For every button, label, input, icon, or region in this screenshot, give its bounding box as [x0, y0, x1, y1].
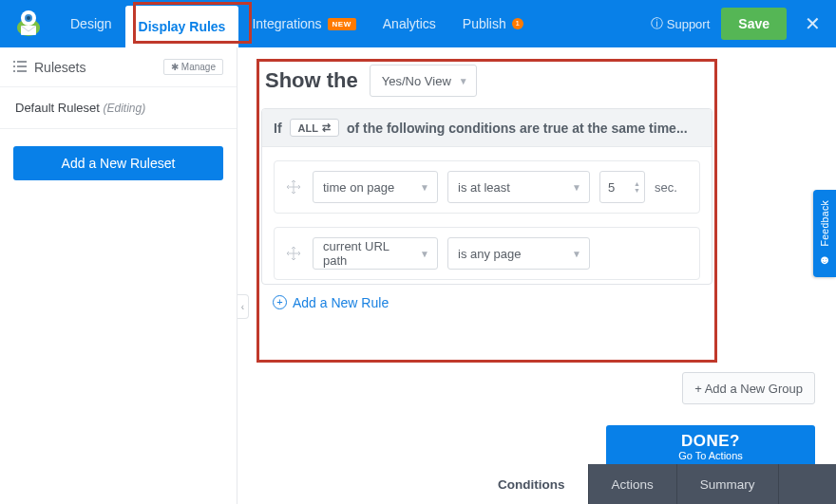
done-small-label: Go To Actions: [678, 450, 743, 461]
swap-icon: ⇄: [322, 121, 331, 134]
nav-integrations-label: Integrations: [252, 16, 321, 31]
nav-publish-label: Publish: [463, 16, 506, 31]
bottom-tab-summary[interactable]: Summary: [677, 464, 779, 504]
chevron-down-icon: ▼: [572, 182, 581, 193]
add-rule-link[interactable]: + Add a New Rule: [273, 295, 389, 310]
view-select-value: Yes/No View: [382, 74, 451, 88]
caret-up-icon: ▲: [634, 180, 640, 187]
add-group-button[interactable]: + Add a New Group: [682, 372, 815, 404]
rule-operator-value: is at least: [458, 180, 510, 195]
bottom-tab-bar: Conditions Actions Summary: [238, 464, 836, 504]
close-icon[interactable]: ✕: [798, 9, 826, 38]
view-select[interactable]: Yes/No View ▼: [370, 65, 477, 97]
logic-toggle[interactable]: ALL ⇄: [290, 119, 339, 137]
rule-value-stepper[interactable]: 5 ▲▼: [599, 171, 645, 203]
panel-header: Show the Yes/No View ▼: [261, 65, 712, 97]
bottom-tab-actions[interactable]: Actions: [589, 464, 677, 504]
nav-display-rules[interactable]: Display Rules: [125, 6, 239, 47]
caret-down-icon: ▼: [634, 187, 640, 194]
if-label: If: [274, 121, 282, 136]
done-big-label: DONE?: [681, 433, 740, 451]
bottom-tab-conditions[interactable]: Conditions: [475, 464, 589, 504]
logic-toggle-label: ALL: [298, 122, 318, 134]
rule-field-select[interactable]: current URL path ▼: [313, 237, 438, 270]
save-button[interactable]: Save: [721, 8, 787, 40]
rule-operator-value: is any page: [458, 247, 522, 261]
nav-analytics[interactable]: Analytics: [370, 0, 449, 47]
plus-circle-icon: +: [273, 295, 287, 309]
rule-unit-label: sec.: [655, 180, 677, 195]
rule-field-value: current URL path: [323, 239, 412, 268]
support-link[interactable]: ⓘ Support: [651, 15, 711, 32]
nav-integrations[interactable]: Integrations NEW: [238, 0, 369, 47]
list-icon: [13, 60, 27, 75]
add-rule-label: Add a New Rule: [293, 295, 389, 310]
help-icon: ⓘ: [651, 15, 663, 32]
done-button[interactable]: DONE? Go To Actions: [606, 425, 815, 469]
ruleset-name: Default Ruleset: [15, 101, 100, 115]
top-bar: Design Display Rules Integrations NEW An…: [0, 0, 836, 47]
sidebar: Rulesets ✱ Manage Default Ruleset (Editi…: [0, 47, 238, 504]
feedback-tab[interactable]: Feedback ☻: [813, 190, 836, 277]
rulesets-title-text: Rulesets: [34, 60, 86, 75]
rule-operator-select[interactable]: is any page ▼: [447, 237, 590, 270]
svg-point-3: [27, 16, 30, 20]
rule-field-select[interactable]: time on page ▼: [313, 171, 438, 203]
rules-panel: Show the Yes/No View ▼ If ALL ⇄ of the f…: [261, 65, 712, 310]
rule-row: time on page ▼ is at least ▼ 5 ▲▼ sec.: [274, 160, 700, 214]
rule-field-value: time on page: [323, 180, 394, 195]
panel-title: Show the: [265, 68, 358, 93]
add-ruleset-button[interactable]: Add a New Ruleset: [13, 146, 223, 180]
chevron-down-icon: ▼: [572, 249, 581, 259]
sidebar-item-default-ruleset[interactable]: Default Ruleset (Editing): [0, 87, 237, 129]
condition-group-header: If ALL ⇄ of the following conditions are…: [262, 109, 712, 147]
nav-design[interactable]: Design: [57, 0, 125, 47]
bottom-spacer: [238, 464, 475, 504]
ruleset-state: (Editing): [104, 102, 146, 115]
manage-label: Manage: [181, 62, 216, 72]
rule-operator-select[interactable]: is at least ▼: [447, 171, 590, 203]
rule-row: current URL path ▼ is any page ▼: [274, 227, 700, 280]
sidebar-collapse-handle[interactable]: ‹: [238, 294, 249, 319]
rulesets-heading: Rulesets: [13, 60, 86, 75]
condition-body: time on page ▼ is at least ▼ 5 ▲▼ sec.: [262, 147, 712, 284]
chevron-down-icon: ▼: [420, 249, 429, 259]
mascot-icon: [11, 7, 46, 41]
top-bar-right: ⓘ Support Save ✕: [651, 8, 826, 40]
publish-count-badge: 1: [512, 18, 523, 29]
drag-handle-icon[interactable]: [284, 244, 303, 263]
chevron-down-icon: ▼: [420, 182, 429, 193]
condition-group: If ALL ⇄ of the following conditions are…: [261, 108, 712, 285]
top-nav: Design Display Rules Integrations NEW An…: [57, 0, 537, 47]
support-label: Support: [667, 17, 711, 31]
chat-icon: ☻: [818, 252, 831, 267]
rule-value: 5: [608, 180, 615, 195]
manage-button[interactable]: ✱ Manage: [163, 59, 223, 75]
chevron-down-icon: ▼: [459, 76, 468, 86]
gear-icon: ✱: [171, 62, 179, 72]
cond-head-text: of the following conditions are true at …: [347, 121, 688, 136]
sidebar-header: Rulesets ✱ Manage: [0, 47, 237, 87]
nav-publish[interactable]: Publish 1: [449, 0, 537, 47]
app-logo: [10, 5, 48, 43]
main-area: Show the Yes/No View ▼ If ALL ⇄ of the f…: [238, 47, 836, 504]
drag-handle-icon[interactable]: [284, 177, 303, 196]
feedback-label: Feedback: [819, 200, 830, 247]
stepper-arrows[interactable]: ▲▼: [634, 180, 640, 194]
new-badge: NEW: [328, 18, 356, 30]
